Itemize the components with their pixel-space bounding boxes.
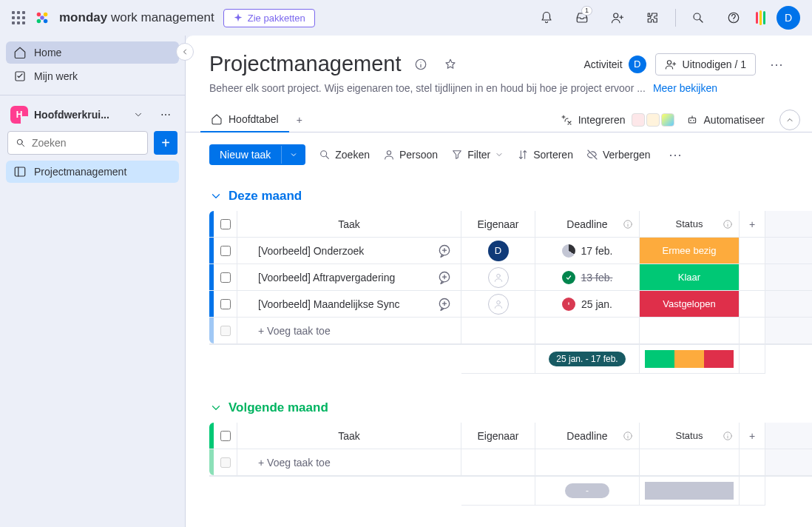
add-column-button[interactable]: + <box>740 211 765 237</box>
summary-owner <box>461 345 535 374</box>
deadline-stuck-icon <box>562 298 575 311</box>
toolbar-hide[interactable]: Verbergen <box>586 149 651 161</box>
integrate-button[interactable]: Integreren <box>555 110 680 130</box>
table-row[interactable]: [Voorbeeld] Onderzoek D 17 feb. Ermee be… <box>209 238 812 264</box>
board-info-button[interactable] <box>410 54 431 75</box>
workspace-more[interactable]: ⋯ <box>157 109 175 121</box>
add-board-button[interactable]: + <box>154 131 177 155</box>
info-icon <box>723 431 733 441</box>
group-header[interactable]: Deze maand <box>209 184 812 211</box>
workspace-selector[interactable]: H Hoofdwerkrui... ⋯ <box>6 103 179 131</box>
column-status[interactable]: Status <box>640 423 740 449</box>
apps-button[interactable] <box>640 4 666 31</box>
inbox-button[interactable]: 1 <box>569 4 595 31</box>
owner-avatar: D <box>488 241 509 261</box>
open-conversation-button[interactable] <box>434 267 455 288</box>
table-row[interactable]: [Voorbeeld] Maandelijkse Sync 25 jan. Va… <box>209 291 812 318</box>
sidebar-search-input[interactable] <box>32 137 140 149</box>
user-avatar[interactable]: D <box>777 6 800 30</box>
column-deadline[interactable]: Deadline <box>535 211 640 237</box>
open-conversation-button[interactable] <box>434 294 455 315</box>
owner-cell[interactable]: D <box>461 238 535 264</box>
new-task-dropdown[interactable] <box>281 146 305 164</box>
robot-icon <box>686 114 698 126</box>
collapse-sidebar-button[interactable] <box>176 43 194 61</box>
new-task-button[interactable]: Nieuw taak <box>209 144 305 165</box>
activity-button[interactable]: Activiteit D <box>583 56 646 73</box>
main-area: Projectmanagement Activiteit D Uitnod <box>186 36 812 527</box>
status-cell[interactable]: Vastgelopen <box>640 291 740 317</box>
svg-point-2 <box>37 19 41 24</box>
select-all-checkbox[interactable] <box>214 211 237 237</box>
owner-cell[interactable] <box>461 264 535 290</box>
task-name[interactable]: [Voorbeeld] Onderzoek <box>258 245 434 257</box>
row-checkbox[interactable] <box>214 238 237 264</box>
notifications-button[interactable] <box>533 4 560 31</box>
add-view-button[interactable]: + <box>289 114 310 126</box>
apps-grid-icon[interactable] <box>12 11 25 24</box>
header-divider <box>675 9 676 27</box>
invite-button[interactable]: Uitnodigen / 1 <box>655 53 756 75</box>
svg-point-9 <box>17 139 22 144</box>
deadline-cell[interactable]: 13 feb. <box>535 264 640 290</box>
body-area: Home Mijn werk H Hoofdwerkrui... ⋯ + Pro… <box>0 36 812 527</box>
workspace-chevron[interactable] <box>133 110 151 120</box>
status-cell[interactable]: Ermee bezig <box>640 238 740 264</box>
star-icon <box>444 58 457 71</box>
column-task[interactable]: Taak <box>237 211 461 237</box>
filter-icon <box>451 149 463 161</box>
summary-deadline[interactable]: - <box>535 477 640 506</box>
toolbar-filter[interactable]: Filter <box>451 149 504 161</box>
toolbar-more[interactable]: ⋯ <box>664 143 688 167</box>
toolbar-person[interactable]: Persoon <box>383 149 438 161</box>
select-all-checkbox[interactable] <box>214 423 237 449</box>
see-plans-button[interactable]: Zie pakketten <box>223 9 315 27</box>
sidebar-board-item[interactable]: Projectmanagement <box>6 161 179 183</box>
column-owner[interactable]: Eigenaar <box>461 211 535 237</box>
nav-home[interactable]: Home <box>6 41 179 64</box>
help-icon <box>727 11 740 24</box>
deadline-cell[interactable]: 25 jan. <box>535 291 640 317</box>
add-column-button[interactable]: + <box>740 423 765 449</box>
svg-point-15 <box>693 119 694 121</box>
collapse-header-button[interactable] <box>779 110 800 130</box>
svg-point-22 <box>496 274 500 278</box>
task-name[interactable]: [Voorbeeld] Aftrapvergadering <box>258 272 434 283</box>
board-more-button[interactable]: ⋯ <box>765 53 788 76</box>
products-switcher-icon[interactable] <box>756 11 768 24</box>
user-plus-icon <box>611 11 624 24</box>
task-name[interactable]: [Voorbeeld] Maandelijkse Sync <box>258 298 434 310</box>
description-more-link[interactable]: Meer bekijken <box>653 82 717 94</box>
column-status[interactable]: Status <box>640 211 740 237</box>
owner-cell[interactable] <box>461 291 535 317</box>
open-conversation-button[interactable] <box>434 241 455 261</box>
deadline-cell[interactable]: 17 feb. <box>535 238 640 264</box>
table-row[interactable]: [Voorbeeld] Aftrapvergadering 13 feb. Kl… <box>209 264 812 291</box>
help-button[interactable] <box>720 4 747 31</box>
board-title[interactable]: Projectmanagement <box>209 52 402 76</box>
add-task-row[interactable]: + Voeg taak toe <box>209 318 812 344</box>
group-header[interactable]: Volgende maand <box>209 396 812 423</box>
favorite-button[interactable] <box>440 54 461 75</box>
search-everything-button[interactable] <box>685 4 711 31</box>
automate-button[interactable]: Automatiseer <box>680 111 771 129</box>
person-icon <box>383 149 395 161</box>
summary-deadline[interactable]: 25 jan. - 17 feb. <box>535 345 640 374</box>
row-checkbox[interactable] <box>214 264 237 290</box>
chevron-up-icon <box>785 115 794 124</box>
toolbar-search[interactable]: Zoeken <box>319 149 370 161</box>
tab-main-table[interactable]: Hoofdtabel <box>200 107 289 132</box>
toolbar-sort[interactable]: Sorteren <box>517 149 573 161</box>
status-cell[interactable]: Klaar <box>640 264 740 290</box>
column-task[interactable]: Taak <box>237 423 461 449</box>
summary-status <box>640 345 740 374</box>
chevron-left-icon <box>180 47 189 56</box>
board-icon <box>13 165 27 178</box>
column-owner[interactable]: Eigenaar <box>461 423 535 449</box>
add-task-row[interactable]: + Voeg taak toe <box>209 449 812 476</box>
nav-mywork[interactable]: Mijn werk <box>6 65 179 87</box>
invite-members-button[interactable] <box>604 4 631 31</box>
sidebar-search[interactable] <box>7 131 148 155</box>
column-deadline[interactable]: Deadline <box>535 423 640 449</box>
row-checkbox[interactable] <box>214 291 237 317</box>
